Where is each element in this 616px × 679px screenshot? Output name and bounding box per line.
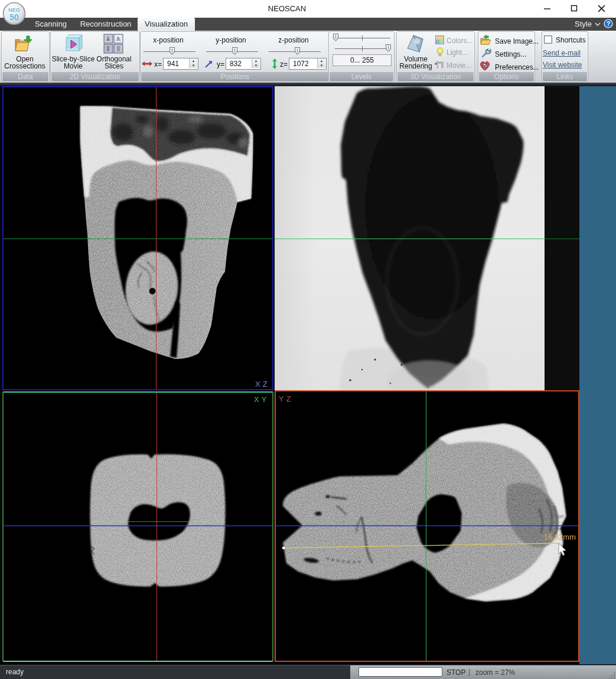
svg-text:XZ: XZ xyxy=(255,380,270,389)
svg-text:16.32mm: 16.32mm xyxy=(544,533,576,541)
svg-text:?: ? xyxy=(607,20,611,27)
svg-text:YZ: YZ xyxy=(279,394,294,403)
svg-text:50: 50 xyxy=(9,12,19,22)
svg-text:XY: XY xyxy=(254,395,269,404)
